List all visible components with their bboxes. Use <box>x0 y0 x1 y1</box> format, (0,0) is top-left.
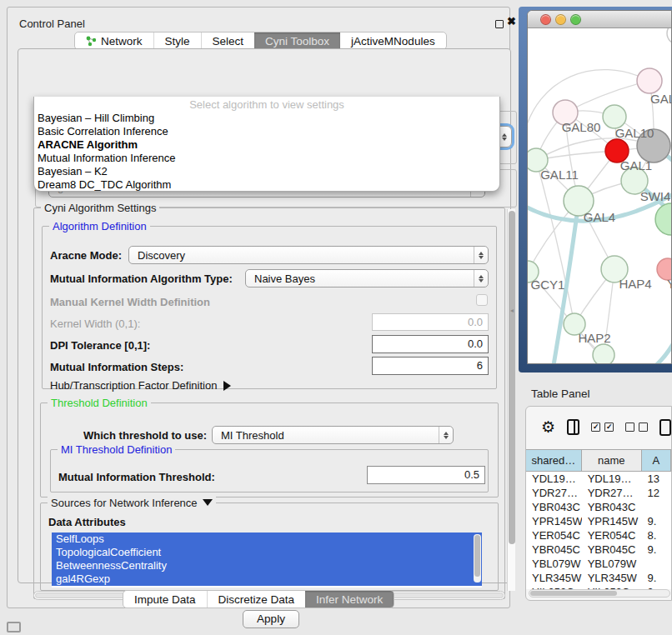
table-toolbar: ⚙✓✓ <box>526 407 671 448</box>
tab-infer-network[interactable]: Infer Network <box>305 591 394 608</box>
table-panel: ⚙✓✓ shared…nameA YDL19…YDL19…13YDR27…YDR… <box>525 406 672 601</box>
manual-kernel-label: Manual Kernel Width Definition <box>50 296 210 308</box>
kernel-width-field[interactable]: 0.0 <box>372 313 489 331</box>
bottom-tabbar: Impute DataDiscretize DataInfer Network <box>123 590 394 608</box>
tab-discretize-data[interactable]: Discretize Data <box>207 591 306 608</box>
table-row[interactable]: YLR345WYLR345W9. <box>526 571 671 585</box>
window-close-icon[interactable] <box>540 14 551 25</box>
settings-vertical-scrollbar[interactable] <box>507 209 515 591</box>
attribute-item-betweennesscentrality[interactable]: BetweennessCentrality <box>52 559 482 572</box>
unchecked-pair-icon[interactable] <box>625 422 648 432</box>
algorithm-definition-title: Algorithm Definition <box>49 220 150 232</box>
data-attributes-list: SelfLoopsTopologicalCoefficientBetweenne… <box>52 532 482 588</box>
mi-type-label: Mutual Information Algorithm Type: <box>50 272 233 285</box>
aracne-mode-combo[interactable]: Discovery <box>128 246 489 264</box>
mi-type-combo[interactable]: Naive Bayes <box>245 269 489 288</box>
sources-group-title[interactable]: Sources for Network Inference <box>48 497 216 509</box>
mi-threshold-label: Mutual Information Threshold: <box>58 471 215 483</box>
mi-threshold-title: MI Threshold Definition <box>58 443 175 456</box>
control-panel-title: Control Panel <box>19 18 85 30</box>
tab-style[interactable]: Style <box>153 32 201 49</box>
split-view-icon[interactable] <box>567 419 579 435</box>
which-threshold-combo[interactable]: MI Threshold <box>212 426 454 444</box>
tab-network[interactable]: Network <box>75 32 153 49</box>
algorithm-option-dream8-dc-tdc-algorithm[interactable]: Dream8 DC_TDC Algorithm <box>34 178 499 192</box>
control-panel: Control Panel ✖ NetworkStyleSelectCyni T… <box>7 7 510 608</box>
window-zoom-icon[interactable] <box>570 14 581 25</box>
table-row[interactable]: YER054CYER054C8. <box>526 528 671 542</box>
table-row[interactable]: YBL079WYBL079W <box>526 557 671 571</box>
checked-pair-icon[interactable]: ✓✓ <box>591 422 614 432</box>
which-threshold-label: Which threshold to use: <box>83 429 207 442</box>
column-header-a[interactable]: A <box>642 450 671 471</box>
cyni-toolbox-pane: gal-filtered sif default node Select alg… <box>18 48 511 583</box>
kernel-width-label: Kernel Width (0,1): <box>50 318 140 330</box>
network-node[interactable] <box>593 344 614 364</box>
apply-button[interactable]: Apply <box>243 610 299 628</box>
network-canvas[interactable]: GALGAL80GAL10GAL1GAL11SWI4GAL4GCY1HAP4YH… <box>528 28 672 364</box>
node-label-gal1: GAL1 <box>620 158 652 172</box>
panel-divider-handle[interactable]: ◂ <box>510 307 517 315</box>
algorithm-option-aracne-algorithm[interactable]: ARACNE Algorithm <box>34 138 499 152</box>
column-header-shared-[interactable]: shared… <box>526 450 582 471</box>
aracne-mode-label: Aracne Mode: <box>50 249 122 262</box>
window-minimize-icon[interactable] <box>555 14 566 25</box>
column-header-name[interactable]: name <box>582 450 642 471</box>
algorithm-dropdown-popup: Select algorithm to view settings Bayesi… <box>33 97 500 192</box>
minimized-panel-icon[interactable] <box>7 622 21 632</box>
table-row[interactable]: YBR043CYBR043C <box>526 500 671 514</box>
attribute-item-selfloops[interactable]: SelfLoops <box>52 532 482 546</box>
mi-threshold-field[interactable]: 0.5 <box>367 466 485 484</box>
hub-definition-toggle[interactable]: Hub/Transcription Factor Definition <box>50 379 231 392</box>
network-node-gal[interactable] <box>637 68 662 93</box>
node-label-y: Y <box>667 277 672 291</box>
algorithm-option-basic-correlation-inference[interactable]: Basic Correlation Inference <box>34 125 499 138</box>
node-label-hap2: HAP2 <box>578 331 610 345</box>
tab-jactivemnodules[interactable]: jActiveMNodules <box>340 32 446 49</box>
threshold-definition-title: Threshold Definition <box>48 397 151 409</box>
algorithm-option-bayesian-hill-climbing[interactable]: Bayesian – Hill Climbing <box>34 112 499 125</box>
tab-impute-data[interactable]: Impute Data <box>123 591 207 608</box>
dropdown-prompt: Select algorithm to view settings <box>34 98 499 112</box>
network-node-gal10[interactable] <box>603 105 626 128</box>
collapsed-arrow-icon <box>223 381 231 391</box>
dpi-tolerance-field[interactable]: 0.0 <box>372 335 489 353</box>
data-attributes-label: Data Attributes <box>48 516 126 528</box>
node-label-swi4: SWI4 <box>640 189 671 203</box>
node-label-gal4: GAL4 <box>584 210 615 224</box>
tab-select[interactable]: Select <box>201 32 255 49</box>
algorithm-option-bayesian-k2[interactable]: Bayesian – K2 <box>34 165 499 178</box>
control-panel-tabbar: NetworkStyleSelectCyni ToolboxjActiveMNo… <box>74 32 447 50</box>
network-node[interactable] <box>655 203 672 235</box>
node-label-gal10: GAL10 <box>615 126 654 140</box>
network-window-titlebar[interactable] <box>528 11 671 28</box>
mi-steps-field[interactable]: 6 <box>372 357 489 375</box>
gear-icon[interactable]: ⚙ <box>541 419 555 435</box>
algorithm-option-mutual-information-inference[interactable]: Mutual Information Inference <box>34 152 499 165</box>
network-node[interactable] <box>667 28 672 44</box>
attribute-item-gal4rgexp[interactable]: gal4RGexp <box>52 572 482 586</box>
list-scrollbar[interactable] <box>474 534 481 582</box>
manual-kernel-checkbox[interactable] <box>476 294 488 306</box>
table-row[interactable]: YDR27…YDR27…12 <box>526 486 671 500</box>
network-edge[interactable] <box>619 328 672 364</box>
table-row[interactable]: YPR145WYPR145W9. <box>526 514 671 528</box>
float-panel-icon[interactable] <box>495 20 504 28</box>
combo-arrows-icon <box>474 247 488 263</box>
close-icon[interactable]: ✖ <box>507 15 516 28</box>
panel-icon[interactable] <box>659 419 671 436</box>
table-row[interactable]: YBR045CYBR045C9. <box>526 542 671 557</box>
network-icon <box>86 36 97 47</box>
tab-cyni-toolbox[interactable]: Cyni Toolbox <box>254 32 340 49</box>
combo-arrows-icon <box>439 427 453 443</box>
expanded-arrow-icon <box>203 499 213 506</box>
table-header: shared…nameA <box>526 449 671 472</box>
settings-group-title: Cyni Algorithm Settings <box>41 202 159 214</box>
table-row[interactable]: YDL19…YDL19…13 <box>526 472 671 486</box>
attribute-item-topologicalcoefficient[interactable]: TopologicalCoefficient <box>52 546 482 559</box>
network-view-frame: GALGAL80GAL10GAL1GAL11SWI4GAL4GCY1HAP4YH… <box>519 7 672 372</box>
node-label-gal11: GAL11 <box>540 168 579 182</box>
node-label-gal80: GAL80 <box>562 120 601 134</box>
network-edge[interactable] <box>536 160 574 324</box>
table-horizontal-scrollbar[interactable] <box>529 589 670 598</box>
